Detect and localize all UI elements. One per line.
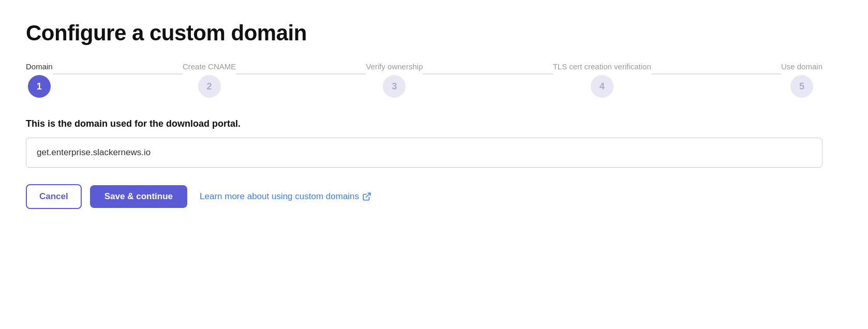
learn-more-text: Learn more about using custom domains	[200, 191, 359, 202]
step-connector-3	[423, 73, 552, 74]
page-title: Configure a custom domain	[26, 21, 842, 46]
step-3: Verify ownership 3	[366, 62, 423, 98]
step-4: TLS cert creation verification 4	[553, 62, 651, 98]
buttons-row: Cancel Save & continue Learn more about …	[26, 184, 842, 209]
step-connector-1	[53, 73, 183, 74]
external-link-icon	[362, 192, 371, 201]
svg-line-0	[366, 193, 370, 197]
step-3-label: Verify ownership	[366, 62, 423, 71]
step-connector-2	[236, 73, 366, 74]
step-connector-4	[651, 73, 781, 74]
step-5-circle: 5	[790, 75, 813, 98]
step-2-label: Create CNAME	[183, 62, 236, 71]
step-1-label: Domain	[26, 62, 53, 71]
step-1-circle: 1	[28, 75, 51, 98]
step-5-label: Use domain	[781, 62, 822, 71]
learn-more-link[interactable]: Learn more about using custom domains	[200, 191, 371, 202]
cancel-button[interactable]: Cancel	[26, 184, 82, 209]
step-1: Domain 1	[26, 62, 53, 98]
save-continue-button[interactable]: Save & continue	[90, 185, 187, 208]
step-4-label: TLS cert creation verification	[553, 62, 651, 71]
stepper: Domain 1 Create CNAME 2 Verify ownership…	[26, 62, 822, 98]
domain-input[interactable]	[26, 138, 822, 168]
domain-description: This is the domain used for the download…	[26, 118, 842, 129]
step-5: Use domain 5	[781, 62, 822, 98]
step-2: Create CNAME 2	[183, 62, 236, 98]
step-2-circle: 2	[198, 75, 221, 98]
step-4-circle: 4	[591, 75, 613, 98]
step-3-circle: 3	[383, 75, 406, 98]
